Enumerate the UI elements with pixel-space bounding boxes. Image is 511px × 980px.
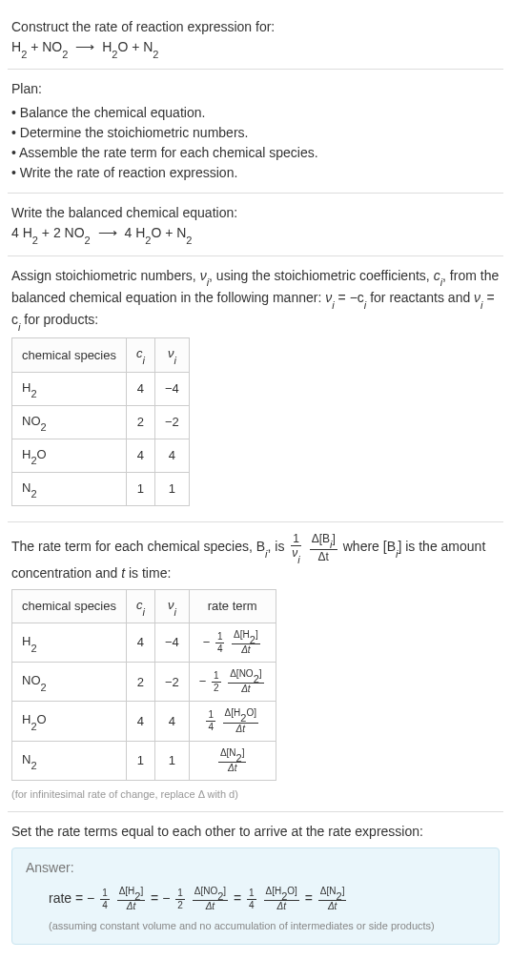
table-row: H2O 4 4	[12, 439, 190, 472]
arrow-icon: ⟶	[75, 37, 94, 57]
arrow-icon: ⟶	[98, 223, 117, 243]
balanced-section: Write the balanced chemical equation: 4 …	[8, 194, 503, 255]
col-nu: νi	[154, 589, 189, 623]
answer-box: Answer: rate = − 14 Δ[H2]Δt = − 12 Δ[NO2…	[11, 847, 500, 945]
rateterm-section: The rate term for each chemical species,…	[8, 522, 503, 812]
table-row: N2 1 1 Δ[N2]Δt	[12, 741, 276, 780]
rateterm-table: chemical species ci νi rate term H2 4 −4…	[11, 589, 276, 781]
plan-item: Balance the chemical equation.	[11, 103, 500, 123]
table-caption: (for infinitesimal rate of change, repla…	[11, 786, 500, 803]
table-header-row: chemical species ci νi	[12, 338, 190, 372]
col-c: ci	[127, 338, 155, 372]
table-row: H2 4 −4	[12, 372, 190, 405]
table-row: NO2 2 −2	[12, 405, 190, 439]
final-section: Set the rate terms equal to each other t…	[8, 812, 503, 954]
answer-note: (assuming constant volume and no accumul…	[26, 918, 485, 934]
col-c: ci	[127, 589, 155, 623]
stoich-text: Assign stoichiometric numbers, νi, using…	[11, 266, 500, 333]
table-row: N2 1 1	[12, 472, 190, 505]
col-rateterm: rate term	[189, 589, 276, 623]
stoich-section: Assign stoichiometric numbers, νi, using…	[8, 256, 503, 522]
plan-item: Write the rate of reaction expression.	[11, 163, 500, 183]
fraction: Δ[Bi] Δt	[310, 532, 337, 563]
balanced-title: Write the balanced chemical equation:	[11, 203, 500, 223]
answer-label: Answer:	[26, 858, 485, 878]
col-nu: νi	[154, 338, 189, 372]
rateterm-text: The rate term for each chemical species,…	[11, 532, 500, 583]
table-row: H2 4 −4 − 14 Δ[H2]Δt	[12, 623, 276, 663]
plan-list: Balance the chemical equation. Determine…	[11, 103, 500, 183]
answer-expression: rate = − 14 Δ[H2]Δt = − 12 Δ[NO2]Δt = 14…	[26, 886, 485, 912]
fraction: 1 νi	[290, 532, 301, 563]
col-species: chemical species	[12, 589, 127, 623]
plan-title: Plan:	[11, 79, 500, 99]
balanced-equation: 4 H2 + 2 NO2 ⟶ 4 H2O + N2	[11, 223, 500, 245]
stoich-table: chemical species ci νi H2 4 −4 NO2 2 −2 …	[11, 337, 190, 505]
table-row: H2O 4 4 14 Δ[H2O]Δt	[12, 702, 276, 741]
plan-item: Assemble the rate term for each chemical…	[11, 143, 500, 163]
intro-equation: H2 + NO2 ⟶ H2O + N2	[11, 37, 500, 59]
table-row: NO2 2 −2 − 12 Δ[NO2]Δt	[12, 663, 276, 702]
table-header-row: chemical species ci νi rate term	[12, 589, 276, 623]
intro-section: Construct the rate of reaction expressio…	[8, 8, 503, 70]
col-species: chemical species	[12, 338, 127, 372]
plan-item: Determine the stoichiometric numbers.	[11, 123, 500, 143]
intro-prompt: Construct the rate of reaction expressio…	[11, 17, 500, 37]
final-title: Set the rate terms equal to each other t…	[11, 822, 500, 842]
plan-section: Plan: Balance the chemical equation. Det…	[8, 70, 503, 194]
